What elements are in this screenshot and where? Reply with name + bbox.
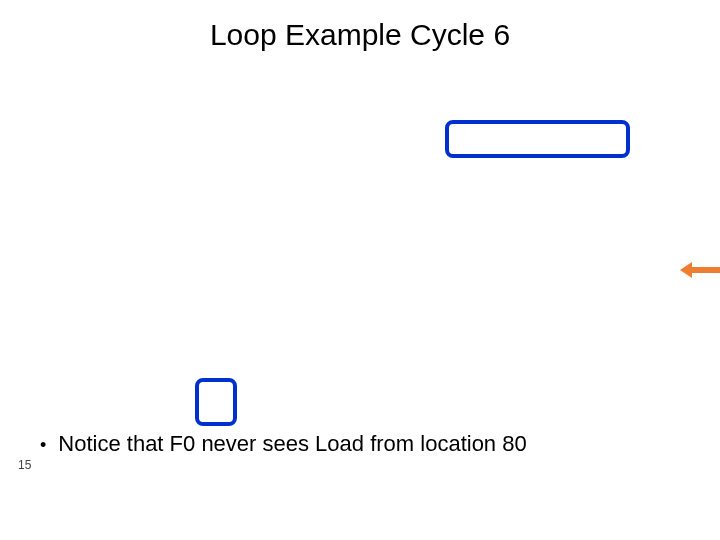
slide-title: Loop Example Cycle 6 [210, 18, 510, 52]
bullet-dot-icon: • [40, 435, 46, 455]
highlight-box-small [195, 378, 237, 426]
page-number: 15 [18, 458, 31, 472]
bullet-point: •Notice that F0 never sees Load from loc… [40, 431, 527, 457]
arrow-left-icon [680, 262, 720, 278]
bullet-text: Notice that F0 never sees Load from loca… [58, 431, 526, 456]
highlight-box-large [445, 120, 630, 158]
